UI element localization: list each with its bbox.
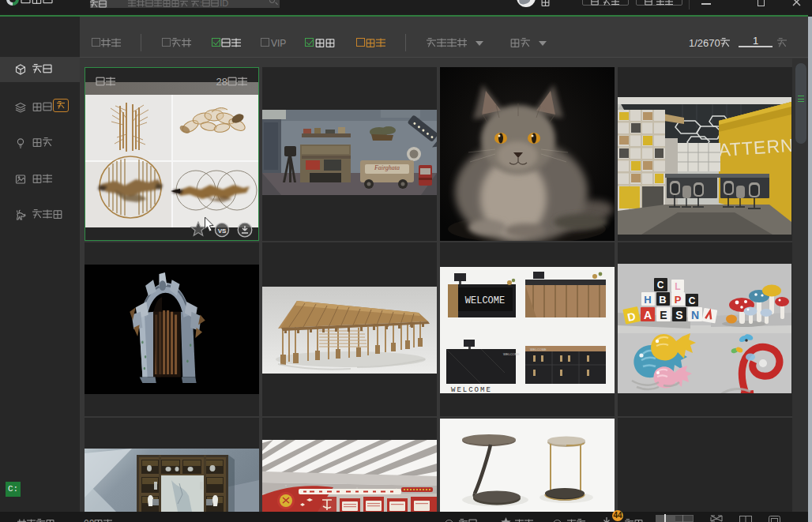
svg-text:A: A (644, 309, 652, 321)
svg-text:C: C (657, 280, 664, 291)
svg-text:Fairghata: Fairghata (374, 164, 400, 171)
svg-text:WELCOME: WELCOME (451, 386, 492, 393)
svg-text:L: L (675, 281, 680, 292)
svg-text:B: B (659, 294, 666, 306)
svg-text:S: S (675, 309, 682, 321)
svg-text:C: C (689, 295, 696, 306)
svg-text:P: P (675, 294, 682, 306)
svg-text:E: E (660, 309, 667, 321)
svg-text:WELCOME: WELCOME (503, 352, 520, 356)
svg-text:VS: VS (218, 227, 227, 235)
svg-text:WELCOME: WELCOME (530, 347, 547, 351)
svg-text:N: N (691, 309, 699, 321)
svg-text:WELCOME: WELCOME (465, 295, 505, 306)
svg-text:H: H (644, 294, 651, 306)
